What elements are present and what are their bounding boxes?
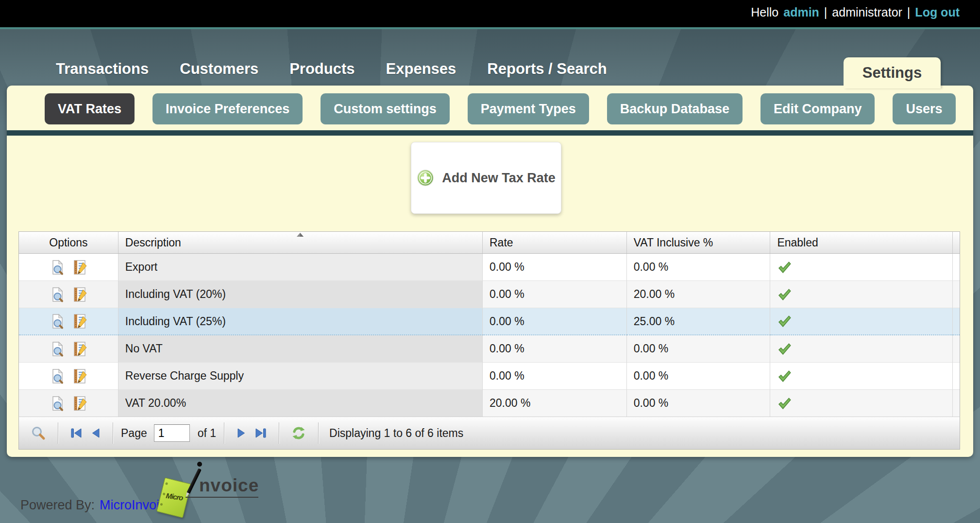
table-row: Export0.00 %0.00 % xyxy=(19,254,960,281)
vat-inclusive-text: 0.00 % xyxy=(634,397,669,410)
pager-status-text: Displaying 1 to 6 of 6 items xyxy=(329,427,463,440)
nav-item-transactions[interactable]: Transactions xyxy=(56,60,149,78)
column-header-label: Enabled xyxy=(777,236,818,249)
view-icon[interactable] xyxy=(49,313,66,330)
column-header-rate[interactable]: Rate xyxy=(483,232,627,253)
main-nav: TransactionsCustomersProductsExpensesRep… xyxy=(56,60,607,78)
rate-cell: 0.00 % xyxy=(483,308,627,335)
nav-item-expenses[interactable]: Expenses xyxy=(386,60,456,78)
table-row: Including VAT (20%)0.00 %20.00 % xyxy=(19,281,960,308)
logo-note-icon: Micro xyxy=(156,477,191,518)
row-options-cell xyxy=(19,254,118,281)
vat-inclusive-text: 0.00 % xyxy=(634,342,669,355)
description-cell[interactable]: Including VAT (20%) xyxy=(118,281,483,308)
enabled-check-icon xyxy=(777,342,792,356)
description-cell[interactable]: VAT 20.00% xyxy=(118,390,483,417)
description-cell[interactable]: Including VAT (25%) xyxy=(118,308,483,335)
table-row: VAT 20.00%20.00 %0.00 % xyxy=(19,390,960,417)
enabled-cell xyxy=(770,254,953,281)
column-header-options[interactable]: Options xyxy=(19,232,118,253)
description-text: No VAT xyxy=(125,342,163,355)
add-new-tax-rate-button[interactable]: Add New Tax Rate xyxy=(411,142,561,214)
page-label: Page xyxy=(121,427,147,440)
description-text: Including VAT (25%) xyxy=(125,315,226,328)
edit-icon[interactable] xyxy=(71,368,88,384)
vat-inclusive-cell: 0.00 % xyxy=(627,390,771,417)
row-options-cell xyxy=(19,390,118,417)
description-cell[interactable]: Export xyxy=(118,254,483,281)
rate-text: 0.00 % xyxy=(490,315,524,328)
pager-separator xyxy=(224,422,224,444)
column-header-filler xyxy=(953,232,960,253)
pager-separator xyxy=(58,422,58,444)
view-icon[interactable] xyxy=(49,395,66,412)
prev-page-icon[interactable] xyxy=(90,427,101,439)
column-header-vat-inclusive[interactable]: VAT Inclusive % xyxy=(627,232,771,253)
subnav-backup-database[interactable]: Backup Database xyxy=(607,93,743,124)
rate-text: 0.00 % xyxy=(490,369,524,383)
edit-icon[interactable] xyxy=(71,286,88,303)
first-page-icon[interactable] xyxy=(70,427,83,439)
view-icon[interactable] xyxy=(49,341,66,357)
enabled-cell xyxy=(770,363,953,390)
search-icon[interactable] xyxy=(31,425,46,441)
row-filler-cell xyxy=(953,254,960,281)
settings-panel: VAT RatesInvoice PreferencesCustom setti… xyxy=(7,86,973,457)
vat-inclusive-text: 0.00 % xyxy=(634,261,669,274)
column-header-label: Description xyxy=(125,236,181,249)
edit-icon[interactable] xyxy=(71,313,88,330)
refresh-icon[interactable] xyxy=(291,425,306,441)
tab-settings[interactable]: Settings xyxy=(844,57,941,88)
table-row: Including VAT (25%)0.00 %25.00 % xyxy=(19,308,960,335)
vat-inclusive-cell: 25.00 % xyxy=(627,308,771,335)
grid-body: Export0.00 %0.00 % Including VAT (20%)0.… xyxy=(19,254,960,417)
nav-item-products[interactable]: Products xyxy=(289,60,355,78)
next-page-icon[interactable] xyxy=(236,427,247,439)
row-options-cell xyxy=(19,308,118,335)
table-row: No VAT0.00 %0.00 % xyxy=(19,335,960,363)
last-page-icon[interactable] xyxy=(254,427,267,439)
grid-header: OptionsDescription RateVAT Inclusive %En… xyxy=(19,232,960,254)
subnav-users[interactable]: Users xyxy=(893,93,955,124)
logout-link[interactable]: Log out xyxy=(915,5,960,19)
divider: | xyxy=(824,5,828,19)
vat-inclusive-text: 20.00 % xyxy=(634,288,675,301)
powered-by: Powered By:MicroInvoice xyxy=(20,498,173,513)
nav-item-customers[interactable]: Customers xyxy=(180,60,258,78)
subnav-edit-company[interactable]: Edit Company xyxy=(760,93,875,124)
column-header-description[interactable]: Description xyxy=(118,232,483,253)
description-cell[interactable]: No VAT xyxy=(118,335,483,363)
view-icon[interactable] xyxy=(49,368,66,384)
pager-separator xyxy=(113,422,113,444)
logo-text: nvoice xyxy=(199,475,259,496)
subnav-vat-rates[interactable]: VAT Rates xyxy=(45,93,135,124)
description-cell[interactable]: Reverse Charge Supply xyxy=(118,363,483,390)
edit-icon[interactable] xyxy=(71,341,88,357)
add-new-tax-rate-label: Add New Tax Rate xyxy=(442,171,556,186)
row-filler-cell xyxy=(953,390,960,417)
view-icon[interactable] xyxy=(49,286,66,303)
tab-settings-label: Settings xyxy=(862,64,922,82)
row-options-cell xyxy=(19,363,118,390)
row-filler-cell xyxy=(953,281,960,308)
subnav-invoice-preferences[interactable]: Invoice Preferences xyxy=(152,93,303,124)
nav-item-reports-search[interactable]: Reports / Search xyxy=(487,60,607,78)
column-header-enabled[interactable]: Enabled xyxy=(770,232,953,253)
edit-icon[interactable] xyxy=(71,259,88,276)
logo-pencil-dot xyxy=(197,462,202,467)
enabled-cell xyxy=(770,390,953,417)
enabled-cell xyxy=(770,335,953,363)
pager-separator xyxy=(279,422,279,444)
edit-icon[interactable] xyxy=(71,395,88,412)
greeting-text: Hello xyxy=(751,5,778,19)
enabled-check-icon xyxy=(777,314,792,329)
row-filler-cell xyxy=(953,308,960,335)
subnav-custom-settings[interactable]: Custom settings xyxy=(321,93,450,124)
rate-cell: 0.00 % xyxy=(483,281,627,308)
view-icon[interactable] xyxy=(49,259,66,276)
page-number-input[interactable] xyxy=(154,424,190,442)
rate-text: 0.00 % xyxy=(490,288,524,301)
rate-text: 0.00 % xyxy=(490,342,524,355)
row-options-cell xyxy=(19,335,118,363)
subnav-payment-types[interactable]: Payment Types xyxy=(468,93,589,124)
